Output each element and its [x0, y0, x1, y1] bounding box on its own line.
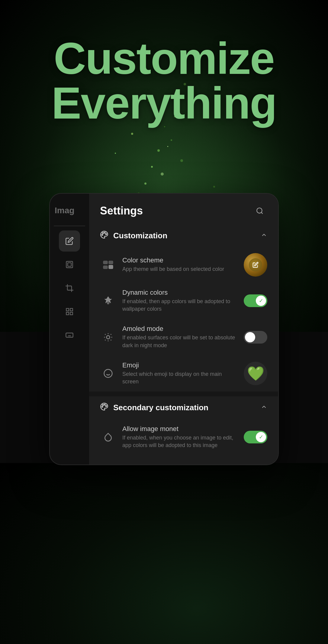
svg-rect-21 — [109, 265, 113, 269]
svg-line-30 — [105, 340, 106, 340]
svg-point-38 — [102, 406, 103, 408]
sidebar-grid-icon[interactable] — [59, 301, 80, 322]
dynamic-colors-toggle[interactable]: ✓ — [244, 294, 267, 307]
sidebar-label: Imag — [50, 200, 89, 221]
svg-point-15 — [106, 234, 107, 235]
amoled-mode-toggle-knob — [245, 332, 255, 342]
allow-image-monet-toggle-knob: ✓ — [256, 432, 266, 442]
hero-title: Customize Everything — [0, 36, 328, 125]
emoji-value: 💚 — [247, 365, 264, 382]
color-scheme-button[interactable] — [244, 253, 267, 277]
hero-line2: Everything — [0, 81, 328, 125]
amoled-mode-text: Amoled mode If enabled surfaces color wi… — [122, 325, 238, 349]
color-scheme-icon — [100, 257, 116, 273]
phone-frame: Imag — [49, 193, 279, 465]
main-content: Settings — [89, 194, 278, 465]
allow-image-monet-text: Allow image monet If enabled, when you c… — [122, 425, 238, 449]
dynamic-colors-name: Dynamic colors — [122, 289, 238, 297]
svg-point-23 — [107, 335, 110, 339]
svg-rect-20 — [103, 266, 108, 269]
customization-section-title: Customization — [113, 231, 167, 240]
color-scheme-text: Color scheme App theme will be based on … — [122, 256, 238, 273]
page-bottom-bg — [0, 463, 328, 644]
emoji-name: Emoji — [122, 361, 238, 369]
svg-point-35 — [104, 404, 105, 405]
sidebar-crop-icon[interactable] — [59, 278, 80, 299]
emoji-setting-icon — [100, 365, 116, 382]
svg-point-12 — [257, 208, 262, 213]
svg-point-16 — [102, 233, 104, 234]
customization-chevron-icon — [261, 232, 267, 240]
sidebar-pencil-icon[interactable] — [59, 230, 80, 252]
sidebar-divider-1 — [54, 226, 85, 226]
svg-point-36 — [106, 406, 107, 407]
water-drop-icon — [100, 429, 116, 445]
allow-image-monet-desc: If enabled, when you choose an image to … — [122, 434, 238, 449]
sidebar-layers-icon[interactable] — [59, 254, 80, 275]
svg-rect-5 — [70, 312, 72, 315]
search-button[interactable] — [252, 203, 267, 218]
sidebar-keyboard-icon[interactable] — [59, 325, 80, 346]
section-divider — [89, 392, 278, 396]
allow-image-monet-row[interactable]: Allow image monet If enabled, when you c… — [89, 419, 278, 455]
amoled-mode-icon — [100, 329, 116, 345]
svg-rect-18 — [103, 261, 108, 264]
dynamic-colors-desc: If enabled, then app colors will be adop… — [122, 298, 238, 313]
customization-palette-icon — [100, 230, 108, 241]
svg-point-14 — [104, 232, 105, 233]
color-scheme-name: Color scheme — [122, 256, 238, 264]
secondary-palette-icon — [100, 402, 108, 413]
dynamic-colors-row[interactable]: Dynamic colors If enabled, then app colo… — [89, 283, 278, 319]
svg-line-27 — [111, 340, 111, 340]
svg-rect-19 — [109, 261, 113, 264]
svg-rect-1 — [68, 263, 71, 266]
hero-line1: Customize — [0, 36, 328, 81]
secondary-section-header-left: Secondary customization — [100, 402, 208, 413]
dynamic-colors-text: Dynamic colors If enabled, then app colo… — [122, 289, 238, 313]
svg-line-26 — [105, 334, 106, 335]
emoji-desc: Select which emoji to display on the mai… — [122, 370, 238, 385]
svg-point-32 — [104, 370, 112, 378]
allow-image-monet-name: Allow image monet — [122, 425, 238, 433]
svg-rect-6 — [66, 333, 73, 337]
amoled-mode-toggle[interactable] — [244, 331, 267, 344]
secondary-customization-title: Secondary customization — [113, 403, 208, 412]
settings-header: Settings — [89, 194, 278, 224]
svg-line-13 — [261, 212, 263, 214]
sidebar: Imag — [50, 194, 89, 465]
color-scheme-row[interactable]: Color scheme App theme will be based on … — [89, 247, 278, 283]
section-header-left: Customization — [100, 230, 167, 241]
svg-rect-3 — [70, 309, 72, 311]
svg-point-22 — [107, 302, 109, 304]
color-scheme-circle-inner — [249, 258, 262, 271]
amoled-mode-row[interactable]: Amoled mode If enabled surfaces color wi… — [89, 319, 278, 355]
secondary-customization-section-header[interactable]: Secondary customization — [89, 396, 278, 419]
dynamic-colors-icon — [100, 293, 116, 309]
svg-rect-4 — [66, 312, 69, 315]
svg-point-37 — [102, 404, 104, 406]
dynamic-colors-toggle-knob: ✓ — [256, 296, 266, 306]
amoled-mode-name: Amoled mode — [122, 325, 238, 333]
phone-mockup: Imag — [49, 193, 279, 465]
emoji-button[interactable]: 💚 — [244, 362, 267, 385]
svg-rect-2 — [66, 309, 69, 311]
svg-point-17 — [102, 234, 103, 236]
color-scheme-desc: App theme will be based on selected colo… — [122, 265, 238, 273]
emoji-text: Emoji Select which emoji to display on t… — [122, 361, 238, 385]
svg-line-31 — [111, 334, 111, 335]
svg-rect-0 — [66, 262, 73, 268]
amoled-mode-desc: If enabled surfaces color will be set to… — [122, 334, 238, 349]
settings-title: Settings — [100, 205, 143, 217]
settings-list: Customization — [89, 224, 278, 465]
secondary-chevron-icon — [261, 404, 267, 412]
customization-section-header[interactable]: Customization — [89, 224, 278, 247]
emoji-row[interactable]: Emoji Select which emoji to display on t… — [89, 355, 278, 392]
allow-image-monet-toggle[interactable]: ✓ — [244, 431, 267, 443]
